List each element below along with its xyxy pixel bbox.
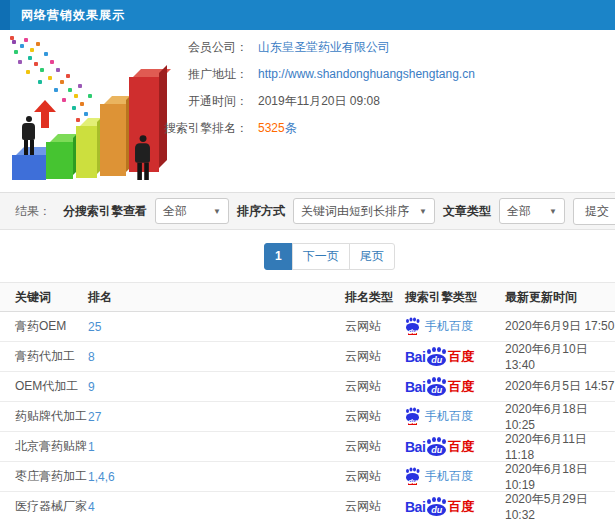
sort-filter-label: 排序方式	[237, 203, 285, 220]
chart-bar-blue	[12, 155, 46, 180]
up-arrow-icon	[34, 100, 56, 128]
member-company-row: 会员公司： 山东皇圣堂药业有限公司	[150, 40, 615, 54]
header-keyword: 关键词	[15, 289, 88, 306]
filter-controls: 分搜索引擎查看 全部▼ 排序方式 关键词由短到长排序▼ 文章类型 全部▼ 提交	[63, 198, 615, 225]
result-label: 结果：	[15, 203, 51, 220]
baidu-paw-icon: du	[426, 377, 447, 396]
engine-label[interactable]: 手机百度	[425, 468, 473, 485]
baidu-logo-icon: Baidu百度	[405, 377, 474, 396]
caret-down-icon: ▼	[419, 207, 427, 216]
table-row: 枣庄膏药加工 1,4,6 云网站 Baidu手机百度 du 手机百度 2020年…	[0, 462, 615, 492]
keyword-cell: OEM代加工	[15, 378, 88, 395]
rank-cell: 8	[88, 350, 345, 364]
rank-link[interactable]: 4	[88, 500, 95, 514]
title-bar: 网络营销效果展示	[0, 0, 615, 30]
rank-link[interactable]: 8	[88, 350, 95, 364]
rank-count-row: 搜索引擎排名： 5325条	[150, 121, 615, 135]
confetti-dots	[10, 36, 14, 40]
updated-cell: 2020年6月10日 13:40	[505, 341, 615, 372]
page-title: 网络营销效果展示	[0, 7, 125, 24]
updated-cell: 2020年6月18日 10:19	[505, 461, 615, 492]
keyword-cell: 医疗器械厂家	[15, 498, 88, 515]
rank-cell: 1	[88, 440, 345, 454]
rank-link[interactable]: 25	[88, 320, 101, 334]
open-time-row: 开通时间： 2019年11月20日 09:08	[150, 94, 615, 108]
rank-link[interactable]: 27	[88, 410, 101, 424]
engine-cell: Baidu手机百度 du 手机百度	[405, 408, 505, 425]
rank-type-cell: 云网站	[345, 348, 405, 365]
engine-label[interactable]: 百度	[448, 438, 474, 456]
article-type-label: 文章类型	[443, 203, 491, 220]
engine-label[interactable]: 手机百度	[425, 408, 473, 425]
promo-url-row: 推广地址： http://www.shandonghuangshengtang.…	[150, 67, 615, 81]
rank-count-value[interactable]: 5325条	[258, 121, 297, 135]
chart-bar-green	[46, 142, 73, 179]
rank-type-cell: 云网站	[345, 318, 405, 335]
table-body: 膏药OEM 25 云网站 Baidu手机百度 du 手机百度 2020年6月9日…	[0, 312, 615, 520]
pagination: 1 下一页 尾页	[265, 243, 615, 270]
engine-label[interactable]: 百度	[448, 348, 474, 366]
updated-cell: 2020年5月29日 10:32	[505, 491, 615, 520]
caret-down-icon: ▼	[549, 207, 557, 216]
rank-count-label: 搜索引擎排名：	[150, 121, 248, 135]
rank-link[interactable]: 9	[88, 380, 95, 394]
chart-bar-yellow	[76, 126, 97, 178]
account-info-fields: 会员公司： 山东皇圣堂药业有限公司 推广地址： http://www.shand…	[150, 40, 615, 148]
engine-label[interactable]: 百度	[448, 498, 474, 516]
baidu-paw-icon: du	[426, 347, 447, 366]
baidu-paw-icon: du	[426, 437, 447, 456]
table-row: 北京膏药贴牌 1 云网站 Baidu百度 du 百度 2020年6月11日 11…	[0, 432, 615, 462]
engine-label[interactable]: 百度	[448, 378, 474, 396]
updated-cell: 2020年6月9日 17:50	[505, 318, 615, 335]
header-updated: 最新更新时间	[505, 289, 615, 306]
title-bar-accent	[0, 0, 10, 30]
rank-cell: 4	[88, 500, 345, 514]
rank-cell: 9	[88, 380, 345, 394]
open-time-value: 2019年11月20日 09:08	[258, 94, 380, 108]
rank-type-cell: 云网站	[345, 468, 405, 485]
page-1-button[interactable]: 1	[264, 243, 293, 270]
rank-link[interactable]: 1	[88, 440, 95, 454]
mobile-baidu-icon: du	[405, 408, 420, 425]
engine-label[interactable]: 手机百度	[425, 318, 473, 335]
baidu-logo-icon: Baidu百度	[405, 347, 474, 366]
engine-cell: Baidu手机百度 du 手机百度	[405, 318, 505, 335]
next-page-button[interactable]: 下一页	[292, 243, 350, 270]
table-row: 医疗器械厂家 4 云网站 Baidu百度 du 百度 2020年5月29日 10…	[0, 492, 615, 520]
last-page-button[interactable]: 尾页	[349, 243, 395, 270]
keyword-cell: 膏药代加工	[15, 348, 88, 365]
engine-cell: Baidu手机百度 du 手机百度	[405, 468, 505, 485]
article-type-select[interactable]: 全部▼	[499, 198, 565, 224]
updated-cell: 2020年6月5日 14:57	[505, 378, 615, 395]
rank-link[interactable]: 1,4,6	[88, 470, 115, 484]
keyword-cell: 膏药OEM	[15, 318, 88, 335]
chart-bar-orange	[100, 104, 126, 176]
filter-bar: 结果： 分搜索引擎查看 全部▼ 排序方式 关键词由短到长排序▼ 文章类型 全部▼…	[0, 192, 615, 230]
keyword-cell: 北京膏药贴牌	[15, 438, 88, 455]
table-row: 药贴牌代加工 27 云网站 Baidu手机百度 du 手机百度 2020年6月1…	[0, 402, 615, 432]
rank-type-cell: 云网站	[345, 378, 405, 395]
mobile-baidu-icon: du	[405, 318, 420, 335]
engine-cell: Baidu百度 du 百度	[405, 377, 505, 396]
engine-cell: Baidu百度 du 百度	[405, 497, 505, 516]
rank-cell: 27	[88, 410, 345, 424]
member-company-label: 会员公司：	[150, 40, 248, 54]
table-row: OEM代加工 9 云网站 Baidu百度 du 百度 2020年6月5日 14:…	[0, 372, 615, 402]
baidu-paw-icon: du	[426, 497, 447, 516]
submit-button[interactable]: 提交	[573, 198, 615, 225]
baidu-paw-icon: du	[405, 408, 420, 422]
sort-filter-select[interactable]: 关键词由短到长排序▼	[293, 198, 435, 224]
caret-down-icon: ▼	[213, 207, 221, 216]
rank-cell: 25	[88, 320, 345, 334]
rank-cell: 1,4,6	[88, 470, 345, 484]
keyword-cell: 枣庄膏药加工	[15, 468, 88, 485]
mobile-baidu-icon: du	[405, 468, 420, 485]
account-info-section: 会员公司： 山东皇圣堂药业有限公司 推广地址： http://www.shand…	[0, 30, 615, 192]
baidu-paw-icon: du	[405, 318, 420, 332]
promo-url-link[interactable]: http://www.shandonghuangshengtang.cn	[258, 67, 475, 81]
engine-filter-select[interactable]: 全部▼	[155, 198, 229, 224]
header-rank-type: 排名类型	[345, 289, 405, 306]
table-header-row: 关键词 排名 排名类型 搜索引擎类型 最新更新时间	[0, 282, 615, 312]
table-row: 膏药代加工 8 云网站 Baidu百度 du 百度 2020年6月10日 13:…	[0, 342, 615, 372]
member-company-link[interactable]: 山东皇圣堂药业有限公司	[258, 40, 390, 54]
